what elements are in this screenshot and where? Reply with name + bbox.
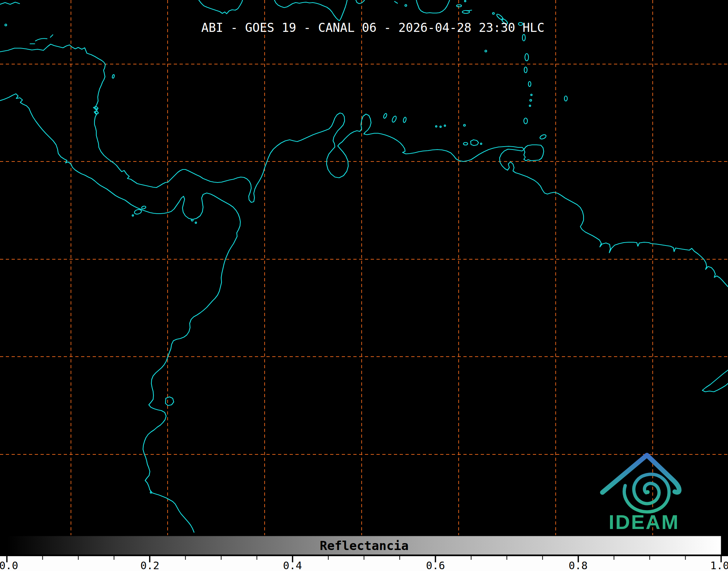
- colorbar-tick-label: 0.0: [0, 559, 18, 571]
- space-background: [0, 0, 728, 571]
- colorbar-border: [7, 555, 721, 556]
- colorbar-tick-label: 0.8: [569, 559, 588, 571]
- colorbar-tick-label: 0.4: [283, 559, 302, 571]
- ideam-wordmark: IDEAM: [609, 511, 679, 533]
- colorbar-tick-label: 1.0: [710, 559, 728, 571]
- colorbar-tick-label: 0.6: [426, 559, 445, 571]
- satellite-map: ABI - GOES 19 - CANAL 06 - 2026-04-28 23…: [0, 0, 728, 571]
- colorbar-tick-label: 0.2: [140, 559, 159, 571]
- colorbar-label: Reflectancia: [320, 538, 409, 553]
- satellite-image-viewport: ABI - GOES 19 - CANAL 06 - 2026-04-28 23…: [0, 0, 728, 571]
- spiral-eye-dot: [646, 490, 650, 494]
- image-title: ABI - GOES 19 - CANAL 06 - 2026-04-28 23…: [201, 21, 544, 35]
